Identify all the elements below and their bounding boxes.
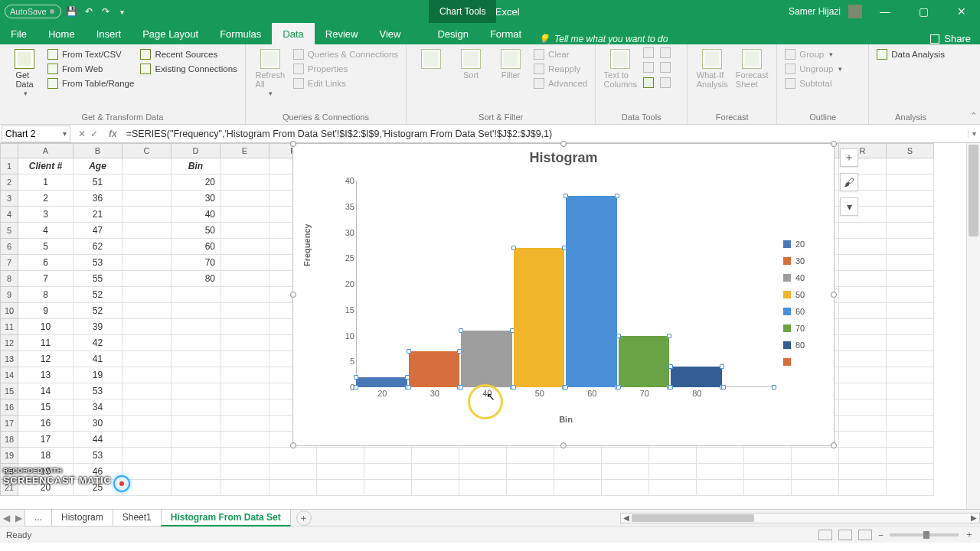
resize-handle[interactable]	[831, 141, 837, 147]
cell[interactable]	[839, 255, 887, 271]
tab-data[interactable]: Data	[272, 23, 314, 44]
row-header[interactable]: 7	[0, 255, 18, 271]
qat-dropdown-icon[interactable]: ▾	[116, 5, 129, 18]
expand-formula-icon[interactable]: ▾	[968, 129, 980, 138]
cell[interactable]	[220, 239, 270, 255]
legend-item[interactable]: 80	[783, 337, 825, 354]
autosave-toggle[interactable]: AutoSave	[5, 5, 61, 18]
cell[interactable]: Client #	[18, 158, 74, 174]
series-handle[interactable]	[668, 364, 673, 369]
minimize-button[interactable]: —	[870, 0, 900, 23]
cell[interactable]	[839, 319, 887, 335]
chart-legend[interactable]: 20304050607080	[783, 236, 825, 370]
cell[interactable]	[122, 174, 172, 191]
cell[interactable]: 20	[172, 174, 220, 191]
row-header[interactable]: 19	[0, 448, 18, 464]
sheet-tab-active[interactable]: Histogram From Data Set	[161, 510, 291, 527]
cell[interactable]	[507, 448, 554, 464]
cell[interactable]	[172, 351, 220, 367]
cell[interactable]	[649, 464, 697, 480]
sheet-tab[interactable]: ...	[24, 510, 52, 527]
resize-handle[interactable]	[831, 292, 837, 298]
tab-page-layout[interactable]: Page Layout	[132, 23, 209, 44]
cell[interactable]	[887, 432, 934, 448]
cell[interactable]	[887, 271, 934, 287]
data-analysis-button[interactable]: Data Analysis	[877, 47, 945, 61]
cell[interactable]	[887, 367, 934, 383]
row-header[interactable]: 12	[0, 335, 18, 351]
resize-handle[interactable]	[290, 442, 296, 448]
cell[interactable]	[649, 448, 697, 464]
cell[interactable]	[122, 367, 172, 383]
cell[interactable]	[122, 399, 172, 416]
save-icon[interactable]: 💾	[66, 5, 78, 18]
cell[interactable]	[792, 464, 839, 480]
tab-view[interactable]: View	[368, 23, 411, 44]
zoom-out-button[interactable]: −	[878, 530, 884, 540]
legend-item[interactable]: 30	[783, 253, 825, 269]
cell[interactable]	[697, 464, 744, 480]
cell[interactable]	[839, 303, 887, 319]
cell[interactable]	[270, 464, 317, 480]
cell[interactable]	[122, 287, 172, 303]
scroll-thumb[interactable]	[969, 145, 978, 236]
cell[interactable]	[839, 239, 887, 255]
row-header[interactable]: 4	[0, 207, 18, 223]
normal-view-icon[interactable]	[818, 530, 832, 540]
tab-formulas[interactable]: Formulas	[209, 23, 272, 44]
series-handle[interactable]	[354, 375, 358, 380]
cell[interactable]	[459, 448, 507, 464]
resize-handle[interactable]	[290, 141, 296, 147]
cell[interactable]: 80	[172, 271, 220, 287]
resize-handle[interactable]	[290, 292, 296, 298]
cell[interactable]	[122, 271, 172, 287]
row-header[interactable]: 1	[0, 158, 18, 174]
cell[interactable]	[172, 416, 220, 432]
cell[interactable]	[122, 432, 172, 448]
legend-item[interactable]: 70	[783, 320, 825, 337]
column-header[interactable]: C	[122, 143, 172, 158]
row-header[interactable]: 8	[0, 271, 18, 287]
cell[interactable]	[649, 480, 697, 496]
cell[interactable]	[744, 480, 792, 496]
cell[interactable]	[792, 448, 839, 464]
select-all-corner[interactable]	[0, 143, 18, 158]
cell[interactable]: 60	[172, 239, 220, 255]
cell[interactable]	[122, 448, 172, 464]
scroll-left-icon[interactable]: ◀	[621, 514, 632, 522]
series-handle[interactable]	[511, 246, 516, 250]
cell[interactable]	[220, 448, 270, 464]
cell[interactable]: 18	[18, 448, 74, 464]
zoom-slider[interactable]	[890, 533, 959, 536]
cell[interactable]	[887, 480, 934, 496]
cell[interactable]	[839, 367, 887, 383]
from-text-csv[interactable]: From Text/CSV	[47, 47, 134, 61]
cell[interactable]	[839, 223, 887, 239]
cell[interactable]	[839, 287, 887, 303]
cell[interactable]	[554, 480, 602, 496]
cell[interactable]	[220, 319, 270, 335]
cell[interactable]	[122, 239, 172, 255]
add-sheet-button[interactable]: ＋	[296, 510, 312, 526]
cell[interactable]	[270, 480, 317, 496]
cell[interactable]	[317, 448, 364, 464]
cell[interactable]	[172, 367, 220, 383]
chart-bar[interactable]	[566, 196, 617, 387]
legend-item[interactable]	[783, 354, 825, 370]
cell[interactable]	[364, 464, 412, 480]
cell[interactable]	[839, 399, 887, 416]
cell[interactable]	[459, 464, 507, 480]
tab-review[interactable]: Review	[315, 23, 369, 44]
cell[interactable]	[220, 191, 270, 207]
cell[interactable]: 53	[74, 383, 122, 399]
cell[interactable]: 52	[74, 303, 122, 319]
legend-item[interactable]: 20	[783, 236, 825, 253]
cell[interactable]	[887, 464, 934, 480]
cell[interactable]: 1	[18, 174, 74, 191]
cell[interactable]: 42	[74, 335, 122, 351]
column-header[interactable]: E	[220, 143, 270, 158]
cell[interactable]	[122, 255, 172, 271]
avatar[interactable]	[848, 5, 862, 18]
cell[interactable]	[220, 271, 270, 287]
cell[interactable]	[839, 335, 887, 351]
